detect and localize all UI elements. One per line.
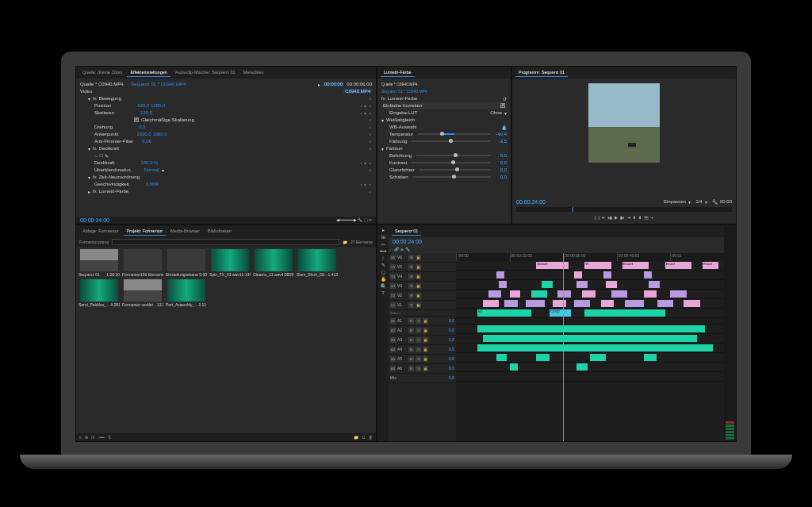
extract-icon[interactable]: ⬇: [638, 215, 642, 220]
twirl-icon[interactable]: ▾: [88, 175, 90, 180]
audio-track[interactable]: [456, 353, 724, 363]
mask-circle-icon[interactable]: ○: [94, 153, 98, 158]
video-clip[interactable]: [644, 271, 652, 278]
lock-icon[interactable]: 🔒: [416, 283, 421, 289]
effect-tc[interactable]: 00:00:24:00: [80, 217, 109, 223]
tint-value[interactable]: -3,5: [496, 139, 507, 144]
reset-icon[interactable]: ↺: [368, 97, 372, 101]
tab-bin[interactable]: Ablage: Formentor: [79, 227, 122, 236]
new-bin-icon[interactable]: 📁: [354, 435, 358, 440]
lock-icon[interactable]: 🔒: [423, 318, 428, 324]
video-section[interactable]: Video: [80, 89, 92, 94]
source-patch[interactable]: V5: [390, 264, 396, 270]
timecode-icon[interactable]: ▸: [318, 82, 320, 87]
video-clip[interactable]: [584, 309, 665, 317]
solo-icon[interactable]: S: [416, 328, 421, 333]
video-clip[interactable]: [504, 300, 518, 307]
position-value[interactable]: 829,0 1080,0: [137, 103, 165, 108]
kf-next-icon[interactable]: ▸: [368, 104, 372, 108]
audio-clip[interactable]: [483, 335, 697, 342]
kf-add-icon[interactable]: ◆: [363, 104, 367, 108]
video-clip[interactable]: [483, 300, 499, 307]
audio-track[interactable]: [456, 363, 724, 372]
video-track-header[interactable]: V5V5👁🔒: [389, 263, 456, 272]
tool-7[interactable]: ✋: [381, 276, 386, 282]
mute-icon[interactable]: M: [408, 318, 414, 324]
new-item-icon[interactable]: 🗋: [362, 435, 366, 440]
play-icon[interactable]: ▶: [615, 215, 618, 220]
lut-value[interactable]: Ohne: [490, 110, 502, 115]
marker-icon[interactable]: ◆: [400, 247, 404, 252]
lock-icon[interactable]: 🔒: [423, 328, 428, 333]
lumetri-master[interactable]: Lumetri-Farbe: [388, 96, 418, 101]
tab-project[interactable]: Projekt: Formentor: [124, 227, 167, 236]
video-clip[interactable]: [496, 271, 504, 278]
bin-item[interactable]: Spin_FX_03.wav11:13489: [209, 249, 251, 277]
video-clip[interactable]: [510, 290, 521, 298]
mute-icon[interactable]: M: [408, 328, 414, 333]
settings-icon[interactable]: 🔧: [405, 247, 410, 252]
lock-icon[interactable]: 🔒: [423, 337, 428, 343]
exposure-value[interactable]: 0,0: [496, 153, 507, 158]
toggle-output-icon[interactable]: 👁: [408, 283, 414, 289]
tool-0[interactable]: ▸: [382, 227, 385, 232]
solo-icon[interactable]: S: [416, 366, 421, 371]
tab-source[interactable]: Quelle: (Keine Clips): [79, 68, 125, 77]
lock-icon[interactable]: 🔒: [423, 356, 428, 362]
tab-sequence[interactable]: Sequenz 01: [392, 227, 421, 236]
video-clip[interactable]: [582, 290, 596, 298]
video-track-header[interactable]: V6V6👁🔒: [389, 253, 456, 263]
mark-in-icon[interactable]: {: [595, 215, 596, 220]
tab-program[interactable]: Programm: Sequenz 01: [515, 68, 568, 77]
lock-icon[interactable]: 🔒: [416, 274, 421, 279]
video-clip[interactable]: [684, 300, 699, 307]
plus-icon[interactable]: +: [651, 215, 653, 220]
tab-libraries[interactable]: Bibliotheken: [205, 227, 235, 236]
toggle-output-icon[interactable]: 👁: [408, 255, 414, 260]
opacity-effect[interactable]: Deckkraft: [99, 146, 119, 151]
contrast-value[interactable]: 0,0: [496, 160, 507, 165]
eyedropper-icon[interactable]: 💧: [501, 125, 507, 130]
mute-icon[interactable]: M: [408, 356, 414, 362]
bin-item[interactable]: Gleams_11.wav4:08097: [253, 249, 294, 277]
audio-track[interactable]: [456, 344, 724, 353]
scale-value[interactable]: 129,0: [140, 110, 152, 115]
audio-track-header[interactable]: A3A3MS🔒0,0: [389, 336, 456, 345]
tab-metadata[interactable]: Metadaten: [240, 68, 267, 77]
tool-3[interactable]: ⟷: [380, 248, 387, 254]
go-in-icon[interactable]: ⇤: [602, 215, 605, 220]
video-clip[interactable]: [574, 271, 582, 278]
source-patch[interactable]: V3: [390, 283, 396, 289]
tint-slider[interactable]: [412, 140, 491, 142]
solo-icon[interactable]: S: [416, 356, 421, 362]
program-scrubber[interactable]: [516, 207, 732, 212]
wrench-icon[interactable]: 🔧: [712, 199, 718, 205]
playhead[interactable]: [563, 253, 564, 441]
opacity-value[interactable]: 100,0 %: [140, 160, 158, 165]
exposure-slider[interactable]: [416, 155, 491, 156]
temperature-slider[interactable]: [418, 133, 491, 135]
lumetri-effect[interactable]: Lumetri-Farbe: [99, 189, 129, 194]
highlights-slider[interactable]: [419, 169, 491, 171]
contrast-slider[interactable]: [412, 162, 491, 163]
audio-track-header[interactable]: A4A4MS🔒0,0: [389, 345, 456, 355]
mask-rect-icon[interactable]: □: [100, 153, 103, 158]
audio-clip[interactable]: [644, 354, 657, 361]
sort-icon[interactable]: ⇅: [108, 435, 111, 440]
lock-icon[interactable]: 🔒: [416, 302, 421, 308]
video-clip[interactable]: [557, 290, 571, 298]
tool-2[interactable]: ✂: [381, 241, 385, 247]
go-out-icon[interactable]: ⇥: [627, 215, 630, 220]
mute-icon[interactable]: M: [408, 347, 414, 352]
video-clip[interactable]: [649, 281, 660, 288]
video-track-header[interactable]: V2V2👁🔒: [389, 291, 456, 301]
video-clip[interactable]: Einzel: [665, 262, 692, 269]
export-frame-icon[interactable]: 📷: [644, 215, 649, 220]
source-patch[interactable]: V6: [390, 255, 396, 260]
lock-icon[interactable]: 🔒: [416, 255, 421, 260]
video-clip[interactable]: [574, 300, 590, 307]
blend-value[interactable]: Normal: [144, 167, 159, 172]
source-patch[interactable]: A5: [390, 356, 396, 362]
input-lut[interactable]: Eingabe-LUT: [389, 110, 417, 115]
video-clip[interactable]: [526, 300, 545, 307]
